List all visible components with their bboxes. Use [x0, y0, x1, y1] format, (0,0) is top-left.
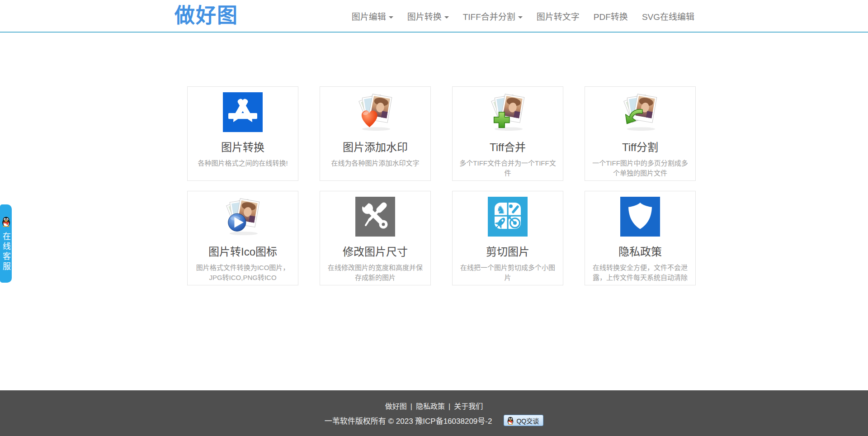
card-title: 图片转Ico图标: [194, 243, 292, 259]
photo-heart-icon: [326, 91, 424, 133]
photo-split-arrow-icon: [591, 91, 689, 133]
caret-down-icon: [518, 16, 523, 19]
footer-links: 做好图|隐私政策|关于我们: [0, 400, 868, 411]
qq-chat-button-label: QQ交谈: [516, 416, 539, 425]
card-image-convert[interactable]: 图片转换 各种图片格式之间的在线转换!: [187, 86, 298, 181]
card-tiff-merge[interactable]: Tiff合并 多个TIFF文件合并为一个TIFF文件: [452, 86, 563, 181]
qq-chat-button[interactable]: QQ交谈: [504, 415, 543, 426]
support-tab-label: 在线客服: [0, 232, 12, 272]
cards-grid: 图片转换 各种图片格式之间的在线转换! 图片添加水印 在线为各种图片添加水印文字…: [187, 86, 696, 285]
card-desc: 各种图片格式之间的在线转换!: [194, 158, 292, 168]
card-desc: 图片格式文件转换为ICO图片，JPG转ICO,PNG转ICO: [194, 263, 292, 283]
card-title: 隐私政策: [591, 243, 689, 259]
nav-item-image-edit[interactable]: 图片编辑: [352, 10, 393, 22]
footer-link-privacy[interactable]: 隐私政策: [416, 403, 445, 410]
card-desc: 一个TIFF图片中的多页分割成多个单独的图片文件: [591, 158, 689, 178]
card-tiff-split[interactable]: Tiff分割 一个TIFF图片中的多页分割成多个单独的图片文件: [585, 86, 696, 181]
card-desc: 在线把一个图片剪切成多个小图片: [459, 263, 557, 283]
resize-tools-icon: [326, 196, 424, 237]
card-desc: 多个TIFF文件合并为一个TIFF文件: [459, 158, 557, 178]
card-title: 图片转换: [194, 138, 292, 154]
nav-item-image-convert[interactable]: 图片转换: [407, 10, 449, 22]
nav-item-tiff-merge-split[interactable]: TIFF合并分割: [463, 10, 523, 22]
caret-down-icon: [444, 16, 449, 19]
nav-item-svg-editor[interactable]: SVG在线编辑: [642, 10, 694, 22]
card-title: Tiff合并: [459, 138, 557, 154]
app-convert-icon: [194, 91, 292, 133]
card-watermark[interactable]: 图片添加水印 在线为各种图片添加水印文字: [320, 86, 431, 181]
privacy-shield-icon: [591, 196, 689, 237]
main-nav: 图片编辑 图片转换 TIFF合并分割 图片转文字 PDF转换 SVG在线编辑: [352, 0, 694, 32]
qq-penguin-icon: [507, 417, 514, 425]
photo-merge-plus-icon: [459, 91, 557, 133]
card-desc: 在线修改图片的宽度和高度并保存成新的图片: [326, 263, 424, 283]
nav-item-image-to-text[interactable]: 图片转文字: [537, 10, 580, 22]
card-crop-image[interactable]: ♞ 剪切图片 在线把一个图片剪切成多个小图片: [452, 191, 563, 285]
qq-penguin-icon: [1, 216, 11, 227]
card-desc: 在线转换安全方便，文件不会泄露，上传文件每天系统自动清除: [591, 263, 689, 283]
card-title: 图片添加水印: [326, 138, 424, 154]
card-privacy-policy[interactable]: 隐私政策 在线转换安全方便，文件不会泄露，上传文件每天系统自动清除: [585, 191, 696, 285]
card-title: Tiff分割: [591, 138, 689, 154]
card-title: 修改图片尺寸: [326, 243, 424, 259]
online-support-tab[interactable]: 在线客服: [0, 204, 12, 283]
nav-item-pdf-convert[interactable]: PDF转换: [594, 10, 628, 22]
header: 做好图 图片编辑 图片转换 TIFF合并分割 图片转文字 PDF转换 SVG在线…: [0, 0, 868, 33]
brand-logo[interactable]: 做好图: [175, 0, 238, 32]
footer-link-about[interactable]: 关于我们: [454, 403, 483, 410]
footer: 做好图|隐私政策|关于我们 一苇软件版权所有 © 2023 豫ICP备16038…: [0, 390, 868, 436]
caret-down-icon: [389, 16, 393, 19]
card-resize-image[interactable]: 修改图片尺寸 在线修改图片的宽度和高度并保存成新的图片: [320, 191, 431, 285]
svg-text:♞: ♞: [496, 204, 506, 216]
footer-separator: |: [410, 403, 412, 410]
footer-copyright: 一苇软件版权所有 © 2023 豫ICP备16038209号-2: [325, 415, 492, 426]
photo-play-icon: [194, 196, 292, 237]
card-title: 剪切图片: [459, 243, 557, 259]
crop-games-icon: ♞: [459, 196, 557, 237]
footer-separator: |: [448, 403, 450, 410]
card-desc: 在线为各种图片添加水印文字: [326, 158, 424, 168]
card-image-to-ico[interactable]: 图片转Ico图标 图片格式文件转换为ICO图片，JPG转ICO,PNG转ICO: [187, 191, 298, 285]
footer-link-home[interactable]: 做好图: [385, 403, 407, 410]
